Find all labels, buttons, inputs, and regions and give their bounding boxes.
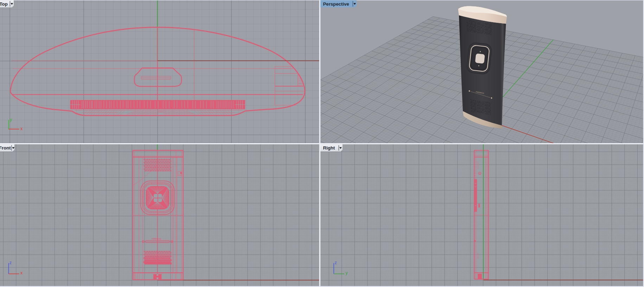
svg-text:z: z	[335, 260, 337, 265]
svg-text:y: y	[346, 270, 348, 275]
svg-text:Front: Front	[0, 145, 11, 151]
svg-text:x: x	[20, 126, 23, 131]
svg-text:x: x	[20, 270, 23, 275]
svg-text:Right: Right	[323, 145, 335, 151]
svg-text:z: z	[9, 260, 12, 265]
svg-text:y: y	[10, 117, 12, 122]
svg-text:Perspective: Perspective	[323, 1, 349, 7]
svg-text:Top: Top	[0, 1, 8, 7]
svg-text:FIREBUG: FIREBUG	[152, 238, 162, 240]
